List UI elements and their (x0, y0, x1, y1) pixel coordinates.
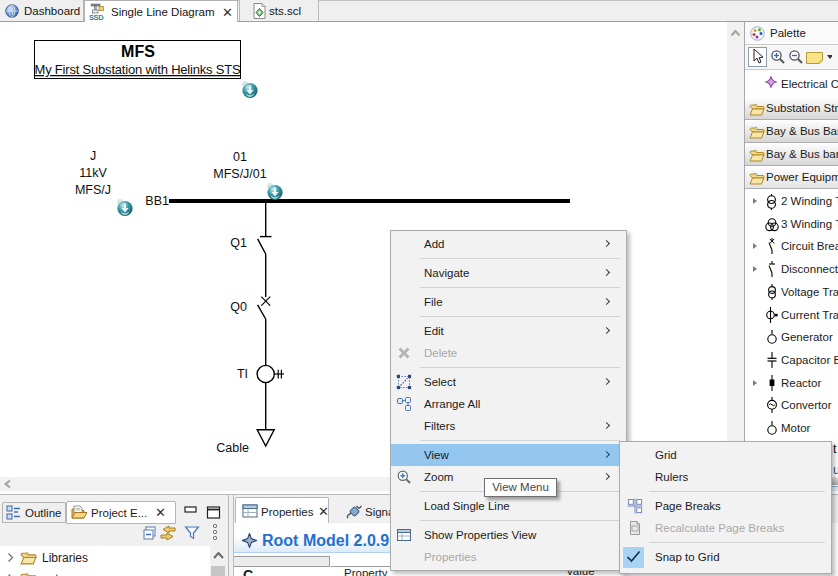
svg-text:MFS: MFS (121, 43, 155, 60)
svg-text:Q0: Q0 (230, 300, 247, 314)
svg-text:MFS/J: MFS/J (75, 183, 111, 197)
svg-text:01: 01 (233, 150, 247, 164)
svg-text:MFS/J/01: MFS/J/01 (213, 167, 267, 181)
svg-text:My First Substation with Helin: My First Substation with Helinks STS (35, 62, 241, 77)
svg-text:TI: TI (237, 367, 248, 381)
svg-text:SSD: SSD (89, 13, 104, 22)
svg-text:J: J (90, 149, 96, 163)
svg-text:BB1: BB1 (145, 194, 169, 208)
svg-text:Q1: Q1 (230, 236, 247, 250)
svg-text:11kV: 11kV (79, 166, 107, 180)
svg-text:Cable: Cable (216, 441, 249, 455)
